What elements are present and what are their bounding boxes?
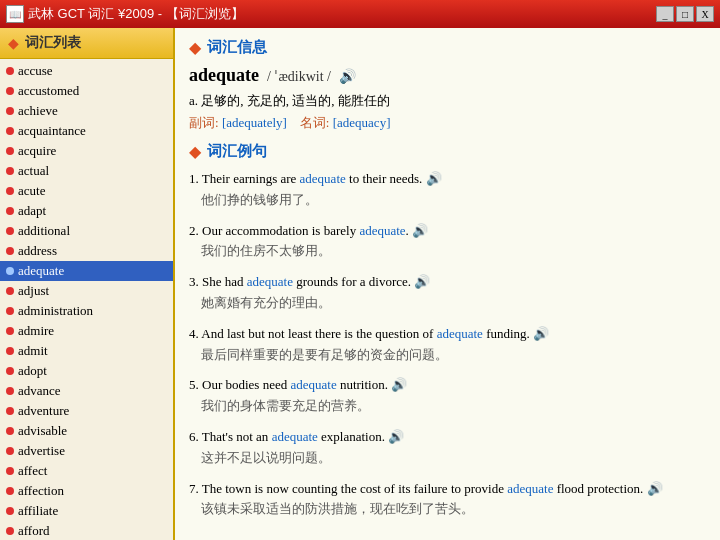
sound-icon-example[interactable]: 🔊 bbox=[388, 429, 404, 444]
word-label: administration bbox=[18, 303, 93, 319]
sound-icon-example[interactable]: 🔊 bbox=[647, 481, 663, 496]
word-label: acute bbox=[18, 183, 45, 199]
sidebar-word-item[interactable]: advertise bbox=[0, 441, 173, 461]
sidebar-word-item[interactable]: adequate bbox=[0, 261, 173, 281]
sidebar-word-item[interactable]: affiliate bbox=[0, 501, 173, 521]
sound-icon-example[interactable]: 🔊 bbox=[414, 274, 430, 289]
sidebar-word-item[interactable]: affect bbox=[0, 461, 173, 481]
sidebar-word-item[interactable]: accustomed bbox=[0, 81, 173, 101]
noun-link[interactable]: [adequacy] bbox=[333, 115, 391, 130]
word-dot-icon bbox=[6, 147, 14, 155]
content-area: ◆ 词汇信息 adequate / ˈædikwit / 🔊 a. 足够的, 充… bbox=[175, 28, 720, 540]
word-dot-icon bbox=[6, 367, 14, 375]
sound-icon-example[interactable]: 🔊 bbox=[533, 326, 549, 341]
sidebar-word-item[interactable]: acute bbox=[0, 181, 173, 201]
word-dot-icon bbox=[6, 87, 14, 95]
word-dot-icon bbox=[6, 167, 14, 175]
example-en: 1. Their earnings are adequate to their … bbox=[189, 169, 706, 190]
word-dot-icon bbox=[6, 527, 14, 535]
example-en: 7. The town is now counting the cost of … bbox=[189, 479, 706, 500]
example-zh: 我们的住房不太够用。 bbox=[189, 241, 706, 262]
highlight-word: adequate bbox=[359, 223, 405, 238]
word-dot-icon bbox=[6, 447, 14, 455]
sidebar-word-item[interactable]: adapt bbox=[0, 201, 173, 221]
app-icon: 📖 bbox=[6, 5, 24, 23]
word-label: adventure bbox=[18, 403, 69, 419]
example-item: 6. That's not an adequate explanation. 🔊… bbox=[189, 427, 706, 469]
word-dot-icon bbox=[6, 207, 14, 215]
sound-icon-word[interactable]: 🔊 bbox=[339, 68, 356, 85]
word-label: adequate bbox=[18, 263, 64, 279]
sidebar-word-item[interactable]: adventure bbox=[0, 401, 173, 421]
title-text: 武林 GCT 词汇 ¥2009 - 【词汇浏览】 bbox=[28, 5, 652, 23]
word-dot-icon bbox=[6, 507, 14, 515]
sound-icon-example[interactable]: 🔊 bbox=[412, 223, 428, 238]
word-label: actual bbox=[18, 163, 49, 179]
word-title-row: adequate / ˈædikwit / 🔊 bbox=[189, 65, 706, 86]
word-label: additional bbox=[18, 223, 70, 239]
sidebar-word-item[interactable]: affection bbox=[0, 481, 173, 501]
sidebar-word-item[interactable]: acquaintance bbox=[0, 121, 173, 141]
sound-icon-example[interactable]: 🔊 bbox=[426, 171, 442, 186]
word-dot-icon bbox=[6, 347, 14, 355]
highlight-word: adequate bbox=[290, 377, 336, 392]
sidebar-word-item[interactable]: advisable bbox=[0, 421, 173, 441]
word-label: accustomed bbox=[18, 83, 79, 99]
sidebar-word-item[interactable]: admit bbox=[0, 341, 173, 361]
sidebar-word-item[interactable]: adopt bbox=[0, 361, 173, 381]
sidebar-word-item[interactable]: address bbox=[0, 241, 173, 261]
sidebar-word-item[interactable]: acquire bbox=[0, 141, 173, 161]
word-definition: a. 足够的, 充足的, 适当的, 能胜任的 bbox=[189, 92, 706, 110]
sidebar-word-item[interactable]: accuse bbox=[0, 61, 173, 81]
word-label: accuse bbox=[18, 63, 53, 79]
word-label: affiliate bbox=[18, 503, 58, 519]
example-item: 4. And last but not least there is the q… bbox=[189, 324, 706, 366]
word-dot-icon bbox=[6, 307, 14, 315]
word-label: affection bbox=[18, 483, 64, 499]
word-label: advertise bbox=[18, 443, 65, 459]
sidebar-word-item[interactable]: actual bbox=[0, 161, 173, 181]
example-en: 6. That's not an adequate explanation. 🔊 bbox=[189, 427, 706, 448]
sidebar-word-item[interactable]: achieve bbox=[0, 101, 173, 121]
close-button[interactable]: X bbox=[696, 6, 714, 22]
word-main: adequate bbox=[189, 65, 259, 86]
word-label: adjust bbox=[18, 283, 49, 299]
word-label: acquaintance bbox=[18, 123, 86, 139]
word-dot-icon bbox=[6, 127, 14, 135]
examples-section-header: ◆ 词汇例句 bbox=[189, 142, 706, 161]
sidebar-word-item[interactable]: additional bbox=[0, 221, 173, 241]
word-label: afford bbox=[18, 523, 50, 539]
examples-list: 1. Their earnings are adequate to their … bbox=[189, 169, 706, 520]
sidebar-word-item[interactable]: administration bbox=[0, 301, 173, 321]
word-dot-icon bbox=[6, 187, 14, 195]
highlight-word: adequate bbox=[300, 171, 346, 186]
info-icon: ◆ bbox=[189, 38, 201, 57]
maximize-button[interactable]: □ bbox=[676, 6, 694, 22]
example-en: 3. She had adequate grounds for a divorc… bbox=[189, 272, 706, 293]
sidebar-list[interactable]: accuseaccustomedachieveacquaintanceacqui… bbox=[0, 59, 173, 540]
sidebar-icon: ◆ bbox=[8, 35, 19, 52]
highlight-word: adequate bbox=[247, 274, 293, 289]
sidebar-word-item[interactable]: admire bbox=[0, 321, 173, 341]
sidebar-word-item[interactable]: advance bbox=[0, 381, 173, 401]
info-title: 词汇信息 bbox=[207, 38, 267, 57]
example-item: 5. Our bodies need adequate nutrition. 🔊… bbox=[189, 375, 706, 417]
highlight-word: adequate bbox=[272, 429, 318, 444]
example-en: 5. Our bodies need adequate nutrition. 🔊 bbox=[189, 375, 706, 396]
sound-icon-example[interactable]: 🔊 bbox=[391, 377, 407, 392]
adverb-link[interactable]: [adequately] bbox=[222, 115, 287, 130]
word-dot-icon bbox=[6, 387, 14, 395]
title-bar: 📖 武林 GCT 词汇 ¥2009 - 【词汇浏览】 _ □ X bbox=[0, 0, 720, 28]
example-zh: 我们的身体需要充足的营养。 bbox=[189, 396, 706, 417]
minimize-button[interactable]: _ bbox=[656, 6, 674, 22]
example-item: 7. The town is now counting the cost of … bbox=[189, 479, 706, 521]
sidebar-list-container: accuseaccustomedachieveacquaintanceacqui… bbox=[0, 59, 173, 540]
sidebar-title: 词汇列表 bbox=[25, 34, 81, 52]
word-label: acquire bbox=[18, 143, 56, 159]
word-dot-icon bbox=[6, 407, 14, 415]
main-container: ◆ 词汇列表 accuseaccustomedachieveacquaintan… bbox=[0, 28, 720, 540]
example-en: 4. And last but not least there is the q… bbox=[189, 324, 706, 345]
sidebar-word-item[interactable]: afford bbox=[0, 521, 173, 540]
word-label: advisable bbox=[18, 423, 67, 439]
sidebar-word-item[interactable]: adjust bbox=[0, 281, 173, 301]
